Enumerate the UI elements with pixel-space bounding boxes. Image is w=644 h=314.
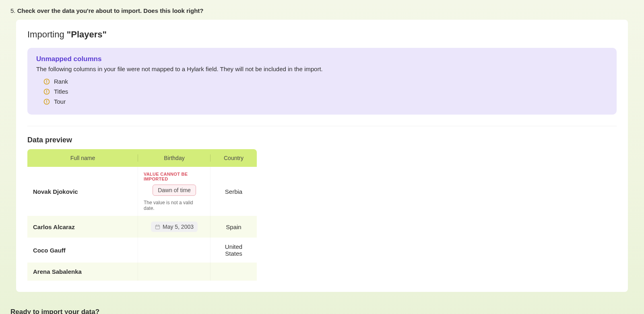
import-card: Importing "Players" Unmapped columns The…	[16, 20, 628, 292]
unmapped-item-label: Titles	[54, 88, 68, 95]
svg-point-5	[46, 92, 47, 93]
error-label: VALUE CANNOT BE IMPORTED	[144, 172, 205, 181]
data-preview-table: Full name Birthday Country Novak Djokovi…	[27, 149, 257, 281]
footer-section: Ready to import your data? Import	[0, 292, 644, 314]
cell-fullname: Arena Sabalenka	[27, 263, 138, 281]
date-chip: May 5, 2003	[151, 222, 198, 232]
cell-country: Serbia	[211, 167, 257, 216]
unmapped-list: Rank Titles Tour	[36, 76, 608, 107]
cell-birthday: May 5, 2003	[138, 216, 211, 238]
table-row: Carlos Alcaraz May 5, 2003 Spain	[27, 216, 257, 238]
data-preview-title: Data preview	[27, 136, 617, 144]
unmapped-item-label: Tour	[54, 98, 66, 105]
table-header-row: Full name Birthday Country	[27, 149, 257, 167]
table-row: Novak Djokovic VALUE CANNOT BE IMPORTED …	[27, 167, 257, 216]
warning-icon	[43, 78, 50, 85]
svg-point-8	[46, 103, 47, 103]
column-header-fullname: Full name	[27, 149, 138, 167]
svg-point-2	[46, 82, 47, 83]
unmapped-item: Titles	[43, 86, 608, 96]
unmapped-columns-alert: Unmapped columns The following columns i…	[27, 48, 617, 115]
cell-birthday-error: VALUE CANNOT BE IMPORTED Dawn of time Th…	[138, 167, 211, 216]
error-hint: The value is not a valid date.	[144, 200, 205, 211]
warning-icon	[43, 88, 50, 95]
error-value-chip: Dawn of time	[153, 185, 196, 196]
table-row: Arena Sabalenka	[27, 263, 257, 281]
cell-country	[211, 263, 257, 281]
unmapped-item: Rank	[43, 76, 608, 86]
step-header: 5. Check over the data you're about to i…	[0, 0, 644, 20]
calendar-icon	[155, 224, 160, 230]
unmapped-item-label: Rank	[54, 78, 68, 85]
step-number: 5.	[10, 7, 16, 14]
cell-birthday	[138, 263, 211, 281]
alert-title: Unmapped columns	[36, 55, 608, 63]
cell-birthday	[138, 238, 211, 263]
cell-country: Spain	[211, 216, 257, 238]
warning-icon	[43, 99, 50, 105]
column-header-country: Country	[211, 149, 257, 167]
date-value: May 5, 2003	[163, 224, 194, 230]
importing-prefix: Importing	[27, 29, 67, 39]
alert-description: The following columns in your file were …	[36, 66, 608, 72]
column-header-birthday: Birthday	[138, 149, 211, 167]
table-row: Coco Gauff United States	[27, 238, 257, 263]
svg-rect-9	[155, 225, 159, 229]
divider	[27, 126, 617, 126]
unmapped-item: Tour	[43, 96, 608, 107]
step-text: Check over the data you're about to impo…	[17, 7, 204, 14]
importing-name: "Players"	[67, 29, 107, 39]
cell-country: United States	[211, 238, 257, 263]
footer-prompt: Ready to import your data?	[10, 308, 634, 314]
cell-fullname: Novak Djokovic	[27, 167, 138, 216]
cell-fullname: Coco Gauff	[27, 238, 138, 263]
cell-fullname: Carlos Alcaraz	[27, 216, 138, 238]
importing-title: Importing "Players"	[27, 29, 617, 40]
